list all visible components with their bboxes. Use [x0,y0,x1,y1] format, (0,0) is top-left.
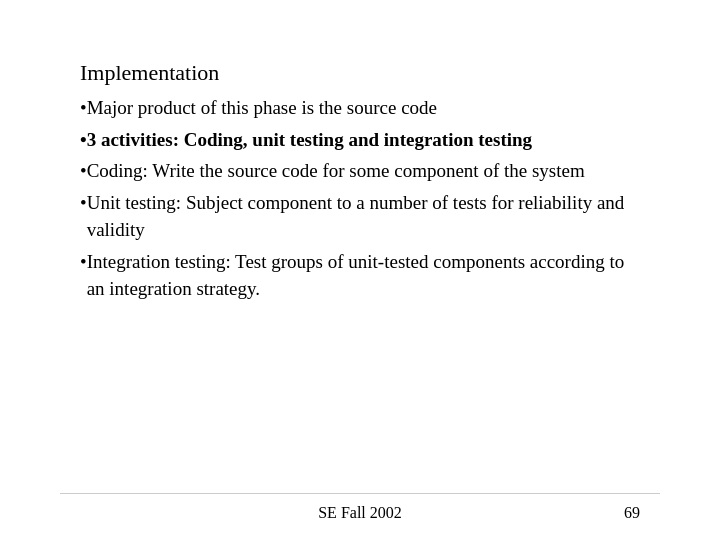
bullet-symbol-1: • [80,126,87,154]
footer-page-number: 69 [624,504,640,522]
bullet-item-2: •Coding: Write the source code for some … [80,157,640,185]
footer: SE Fall 2002 69 [0,494,720,540]
slide-container: Implementation •Major product of this ph… [0,0,720,540]
content-area: Implementation •Major product of this ph… [0,0,720,493]
bullet-text-4: Integration testing: Test groups of unit… [87,248,640,303]
bullet-list: •Major product of this phase is the sour… [80,94,640,303]
bullet-item-1: •3 activities: Coding, unit testing and … [80,126,640,154]
bullet-text-3: Unit testing: Subject component to a num… [87,189,640,244]
bullet-item-0: •Major product of this phase is the sour… [80,94,640,122]
bullet-text-2: Coding: Write the source code for some c… [87,157,585,185]
bullet-symbol-3: • [80,189,87,217]
bullet-symbol-2: • [80,157,87,185]
bullet-symbol-0: • [80,94,87,122]
bullet-item-3: •Unit testing: Subject component to a nu… [80,189,640,244]
slide-title: Implementation [80,60,640,86]
bullet-text-0: Major product of this phase is the sourc… [87,94,437,122]
bullet-item-4: •Integration testing: Test groups of uni… [80,248,640,303]
footer-center-text: SE Fall 2002 [80,504,640,522]
bullet-text-1: 3 activities: Coding, unit testing and i… [87,126,532,154]
bullet-symbol-4: • [80,248,87,276]
